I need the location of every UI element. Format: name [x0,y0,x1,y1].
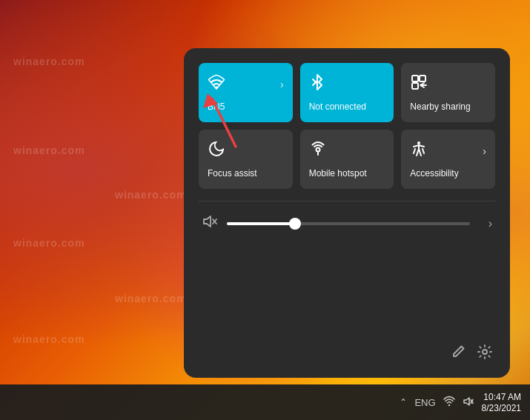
taskbar-date-text: 8/23/2021 [482,403,521,413]
hotspot-icon [309,140,327,162]
tile-nearby[interactable]: Nearby sharing [401,63,495,122]
taskbar-language[interactable]: ENG [414,397,435,408]
settings-button[interactable] [477,344,492,363]
tile-bluetooth[interactable]: Not connected [300,63,394,122]
nearby-icon [410,73,428,96]
actions-row [199,344,495,363]
tile-focus-icon-row [208,140,284,162]
svg-point-12 [448,404,449,405]
slider-fill [227,222,295,225]
svg-rect-5 [412,83,418,89]
bluetooth-icon [309,73,325,96]
tile-hotspot-icon-row [309,140,385,162]
taskbar-time-text: 10:47 AM [483,392,521,402]
bluetooth-label: Not connected [309,101,366,112]
wifi-icon [208,73,225,96]
divider [199,201,495,201]
tile-nearby-icon-row [410,73,486,96]
tile-accessibility-icon-row: › [410,140,486,162]
svg-point-11 [483,350,487,354]
volume-muted-icon[interactable] [202,213,219,233]
focus-label: Focus assist [208,168,257,179]
slider-thumb [289,218,301,230]
taskbar-chevron-icon[interactable]: ⌃ [400,397,407,407]
wifi-label: BN5 [208,101,225,112]
svg-point-2 [216,87,218,89]
volume-row: › [199,213,495,233]
taskbar-volume-icon[interactable] [463,396,474,410]
edit-button[interactable] [451,344,466,363]
tile-accessibility[interactable]: › Accessibility [401,130,495,189]
focus-icon [208,140,225,162]
tiles-grid: › BN5 Not connected [199,63,495,189]
accessibility-chevron-icon: › [483,145,486,157]
svg-rect-3 [412,76,418,81]
tile-wifi[interactable]: › BN5 [199,63,293,122]
accessibility-icon [410,140,428,162]
svg-rect-4 [420,76,425,81]
taskbar-datetime[interactable]: 10:47 AM 8/23/2021 [482,392,521,413]
wifi-chevron-icon: › [280,79,284,90]
tile-hotspot[interactable]: Mobile hotspot [300,130,394,189]
hotspot-label: Mobile hotspot [309,168,367,179]
accessibility-label: Accessibility [410,168,458,179]
tile-wifi-icon-row: › [208,73,284,96]
volume-chevron-icon[interactable]: › [477,217,492,230]
svg-point-8 [417,141,420,144]
nearby-label: Nearby sharing [410,101,470,112]
tile-focus[interactable]: Focus assist [199,130,293,189]
quick-settings-panel: › BN5 Not connected [184,48,510,378]
taskbar: ⌃ ENG 10:47 AM 8/23/2021 [0,384,530,420]
tile-bluetooth-icon-row [309,73,385,96]
slider-track [227,222,470,225]
taskbar-wifi-icon[interactable] [443,396,455,410]
volume-slider[interactable] [227,222,470,225]
